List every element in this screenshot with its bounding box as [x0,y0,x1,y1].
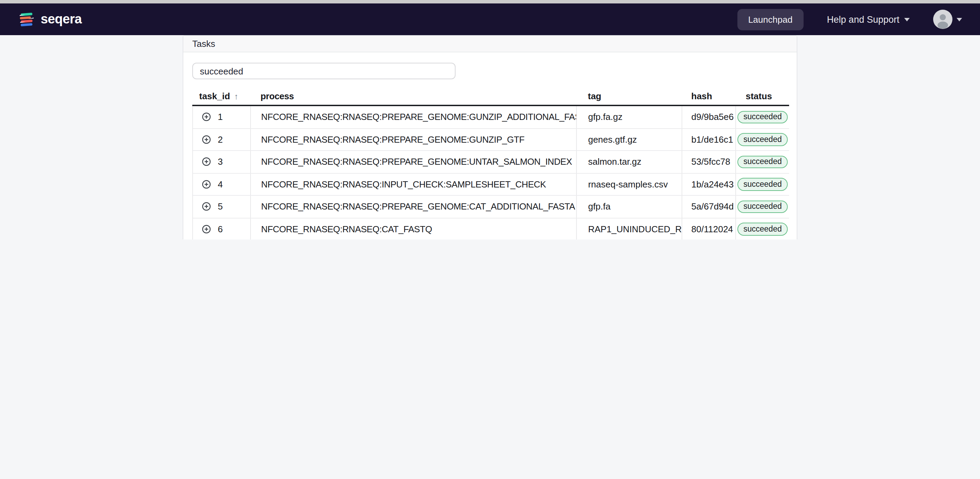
expand-row-icon[interactable] [202,202,211,211]
person-icon [933,10,953,29]
tasks-panel-header: Tasks [183,36,797,53]
status-badge: succeeded [737,200,788,213]
table-row: 4 NFCORE_RNASEQ:RNASEQ:INPUT_CHECK:SAMPL… [193,173,789,196]
window-chrome-strip [0,0,980,3]
process-cell: NFCORE_RNASEQ:RNASEQ:PREPARE_GENOME:CAT_… [251,196,577,218]
task-id-cell: 1 [218,112,223,123]
hash-cell: 80/112024 [682,218,736,240]
chevron-down-icon [956,18,962,21]
tag-cell: gfp.fa [577,196,682,218]
task-id-cell: 6 [218,224,223,234]
column-header-process[interactable]: process [250,88,577,105]
status-badge: succeeded [737,223,788,236]
process-cell: NFCORE_RNASEQ:RNASEQ:CAT_FASTQ [251,218,577,240]
hash-cell: d9/9ba5e6 [682,106,736,128]
process-cell: NFCORE_RNASEQ:RNASEQ:PREPARE_GENOME:UNTA… [251,151,577,173]
expand-row-icon[interactable] [202,180,211,189]
status-badge: succeeded [737,155,788,168]
task-id-cell: 3 [218,157,223,167]
tag-cell: salmon.tar.gz [577,151,682,173]
table-row: 6 NFCORE_RNASEQ:RNASEQ:CAT_FASTQ RAP1_UN… [193,218,789,240]
tasks-panel-title: Tasks [192,38,215,49]
tag-cell: rnaseq-samples.csv [577,173,682,195]
help-and-support-label: Help and Support [827,14,899,24]
table-row: 3 NFCORE_RNASEQ:RNASEQ:PREPARE_GENOME:UN… [193,151,789,173]
tag-cell: genes.gtf.gz [577,129,682,150]
task-id-cell: 2 [218,134,223,145]
status-badge: succeeded [737,178,788,191]
expand-row-icon[interactable] [202,225,211,234]
status-badge: succeeded [737,111,788,123]
brand-wordmark: seqera [41,12,82,27]
tasks-table-body: 1 NFCORE_RNASEQ:RNASEQ:PREPARE_GENOME:GU… [192,106,789,240]
table-row: 1 NFCORE_RNASEQ:RNASEQ:PREPARE_GENOME:GU… [193,106,789,129]
seqera-logo[interactable]: seqera [19,11,82,27]
expand-row-icon[interactable] [202,135,211,144]
hash-cell: 1b/a24e43 [682,173,736,195]
top-navbar: seqera Launchpad Help and Support [0,3,980,35]
process-cell: NFCORE_RNASEQ:RNASEQ:PREPARE_GENOME:GUNZ… [251,129,577,150]
avatar [933,10,953,29]
tag-cell: gfp.fa.gz [577,106,682,128]
column-header-tag[interactable]: tag [577,88,682,105]
tasks-table-header: task_id ↑ process tag hash status [192,88,789,106]
help-and-support-menu[interactable]: Help and Support [827,14,910,24]
hash-cell: 53/5fcc78 [682,151,736,173]
hash-cell: b1/de16c1 [682,129,736,150]
tasks-table: task_id ↑ process tag hash status 1 [192,88,789,240]
expand-row-icon[interactable] [202,113,211,122]
tag-cell: RAP1_UNINDUCED_REP2 [577,218,682,240]
hash-cell: 5a/67d94d [682,196,736,218]
table-row: 5 NFCORE_RNASEQ:RNASEQ:PREPARE_GENOME:CA… [193,196,789,218]
process-cell: NFCORE_RNASEQ:RNASEQ:INPUT_CHECK:SAMPLES… [251,173,577,195]
task-id-cell: 4 [218,179,223,189]
tasks-panel: Tasks task_id ↑ process tag hash status [183,35,797,240]
table-row: 2 NFCORE_RNASEQ:RNASEQ:PREPARE_GENOME:GU… [193,129,789,151]
status-badge: succeeded [737,133,788,146]
sort-ascending-icon: ↑ [234,91,239,101]
chevron-down-icon [904,18,910,21]
task-id-cell: 5 [218,202,223,212]
app-window: seqera Launchpad Help and Support [0,0,980,240]
process-cell: NFCORE_RNASEQ:RNASEQ:PREPARE_GENOME:GUNZ… [251,106,577,128]
expand-row-icon[interactable] [202,158,211,166]
user-menu[interactable] [933,10,962,29]
seqera-logo-icon [19,11,35,27]
task-search-input[interactable] [192,63,455,79]
column-header-task-id[interactable]: task_id ↑ [192,88,250,105]
column-header-hash[interactable]: hash [682,88,736,105]
column-header-status[interactable]: status [736,88,789,105]
launchpad-button[interactable]: Launchpad [737,9,803,30]
